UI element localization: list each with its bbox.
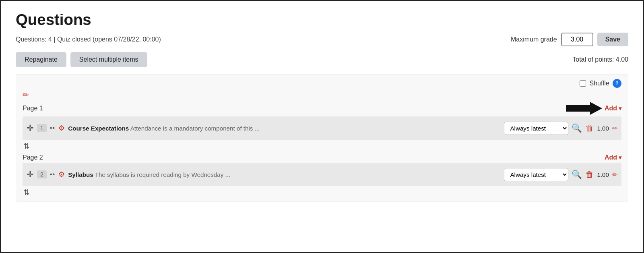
q1-title: Course Expectations <box>68 125 129 132</box>
dots-2-icon: •• <box>50 171 55 178</box>
q2-title: Syllabus <box>68 171 93 178</box>
q1-text: Course Expectations Attendance is a mand… <box>68 125 501 132</box>
q1-points: 1.00 <box>597 125 609 132</box>
arrow-icon <box>566 102 602 115</box>
quiz-meta: Questions: 4 | Quiz closed (opens 07/28/… <box>16 36 161 43</box>
page2-add-caret-icon: ▾ <box>619 154 621 161</box>
q1-number: 1 <box>37 124 47 132</box>
page2-add-button[interactable]: Add ▾ <box>605 154 621 161</box>
q2-text: Syllabus The syllabus is required readin… <box>68 171 501 178</box>
q2-edit-icon[interactable]: ✏ <box>612 171 617 178</box>
magnify-icon[interactable]: 🔍 <box>572 123 582 133</box>
q1-version-select[interactable]: Always latest v1 v2 v3 <box>504 122 568 135</box>
add-caret-icon: ▾ <box>619 105 621 112</box>
grade-label: Maximum grade <box>511 36 557 43</box>
repaginate-button[interactable]: Repaginate <box>16 52 66 67</box>
q1-preview: Attendance is a mandatory component of t… <box>130 125 260 132</box>
dots-icon: •• <box>50 124 55 132</box>
drag-handle-2-icon[interactable]: ✛ <box>27 170 34 179</box>
save-button[interactable]: Save <box>597 33 628 46</box>
help-icon[interactable]: ? <box>613 79 621 88</box>
move-page-icon[interactable]: ⇅ <box>23 142 30 150</box>
page1-add-button[interactable]: Add ▾ <box>605 105 621 112</box>
move-page-2-icon[interactable]: ⇅ <box>23 188 30 197</box>
q2-number: 2 <box>37 170 47 178</box>
q2-version-select[interactable]: Always latest v1 v2 v3 <box>504 168 568 181</box>
question-row: ✛ 1 •• ⚙ Course Expectations Attendance … <box>23 116 621 140</box>
page2-header: Page 2 Add ▾ <box>23 154 621 161</box>
edit-pencil-top-icon[interactable]: ✏ <box>23 91 29 99</box>
magnify-2-icon[interactable]: 🔍 <box>572 170 582 179</box>
total-points: Total of points: 4.00 <box>572 56 628 63</box>
question-row: ✛ 2 •• ⚙ Syllabus The syllabus is requir… <box>23 163 621 186</box>
trash-2-icon[interactable]: 🗑 <box>585 170 594 179</box>
page1-header: Page 1 Add ▾ <box>23 102 621 115</box>
grade-input[interactable] <box>561 33 593 46</box>
q1-edit-icon[interactable]: ✏ <box>612 124 617 132</box>
gear-icon[interactable]: ⚙ <box>58 124 65 133</box>
q2-preview: The syllabus is required reading by Wedn… <box>95 171 231 178</box>
drag-handle-icon[interactable]: ✛ <box>27 123 34 133</box>
shuffle-label: Shuffle <box>589 80 609 87</box>
q2-points: 1.00 <box>597 171 609 178</box>
trash-icon[interactable]: 🗑 <box>585 123 594 133</box>
select-multiple-button[interactable]: Select multiple items <box>70 52 147 67</box>
page2-label: Page 2 <box>23 154 43 161</box>
gear-2-icon[interactable]: ⚙ <box>58 170 65 179</box>
page1-label: Page 1 <box>23 105 43 112</box>
questions-area: Shuffle ? ✏ Page 1 Add ▾ ✛ 1 <box>16 75 628 201</box>
svg-marker-0 <box>566 102 602 115</box>
page-title: Questions <box>16 11 628 29</box>
shuffle-checkbox[interactable] <box>580 80 586 87</box>
